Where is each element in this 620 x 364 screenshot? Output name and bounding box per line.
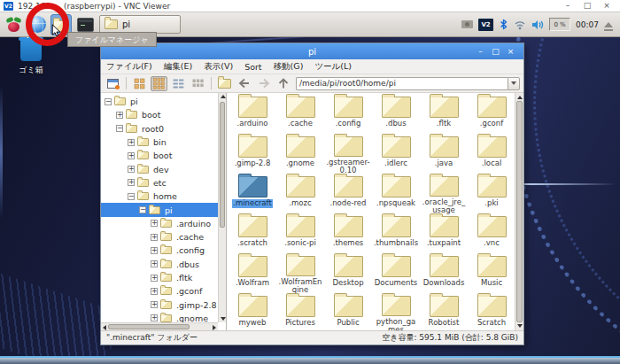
eject-icon[interactable] (604, 22, 613, 27)
bluetooth-icon[interactable] (499, 19, 508, 30)
vnc-server-icon[interactable]: V2 (478, 19, 493, 31)
expand-icon[interactable]: + (151, 301, 158, 308)
menu-item[interactable]: ツール(L) (314, 61, 352, 73)
file-item-arduino[interactable]: .arduino (229, 95, 276, 135)
file-item-scratch[interactable]: Scratch (468, 294, 515, 330)
file-item-thumbnails[interactable]: .thumbnails (372, 214, 420, 254)
wifi-icon[interactable] (514, 19, 526, 30)
window-titlebar[interactable]: pi – □ × (101, 43, 523, 59)
file-item-music[interactable]: Music (468, 254, 515, 294)
expand-icon[interactable]: + (151, 247, 158, 254)
icon-view-button[interactable] (131, 76, 148, 91)
collapse-icon[interactable]: − (128, 193, 135, 200)
file-item-sonic-pi[interactable]: .sonic-pi (276, 214, 324, 254)
taskbar-window-button[interactable]: pi (99, 15, 181, 34)
expand-icon[interactable]: + (151, 275, 158, 282)
file-item-fltk[interactable]: .fltk (420, 95, 468, 135)
file-item-minecraft[interactable]: .minecraft (229, 174, 276, 214)
detail-view-button[interactable] (170, 76, 187, 91)
expand-icon[interactable]: + (116, 112, 123, 119)
file-item-scratch[interactable]: .scratch (229, 214, 276, 254)
tree-item-dev[interactable]: +dev (101, 162, 226, 175)
menu-item[interactable]: Sort (244, 62, 261, 72)
vnc-minimize-button[interactable]: – (558, 0, 577, 12)
expand-icon[interactable]: + (151, 260, 158, 267)
tree-item-boot[interactable]: +boot (101, 149, 226, 162)
file-item-java[interactable]: .java (420, 135, 468, 174)
tree-item-etc[interactable]: +etc (101, 176, 226, 190)
compact-view-button[interactable] (151, 76, 167, 91)
volume-icon[interactable] (531, 19, 544, 30)
menu-item[interactable]: 表示(V) (204, 61, 233, 73)
file-item-config[interactable]: .config (324, 95, 372, 135)
file-item-node-red[interactable]: .node-red (324, 174, 372, 214)
clock[interactable]: 00:07 (576, 20, 599, 29)
expand-icon[interactable]: + (128, 166, 135, 173)
file-item-idlerc[interactable]: .idlerc (372, 135, 420, 174)
file-item-desktop[interactable]: Desktop (324, 254, 372, 294)
expand-icon[interactable]: + (151, 234, 158, 241)
expand-icon[interactable]: + (128, 179, 135, 186)
file-item-pki[interactable]: .pki (468, 174, 515, 214)
file-item-oracle_jre_usage[interactable]: .oracle_jre_usage (420, 174, 468, 214)
file-item-local[interactable]: .local (468, 135, 515, 174)
file-item-themes[interactable]: .themes (324, 214, 372, 254)
menu-raspberry-icon[interactable] (3, 14, 24, 35)
vnc-close-button[interactable]: × (597, 0, 616, 12)
tree-item-bin[interactable]: +bin (101, 136, 226, 149)
tree-horizontal-scrollbar[interactable] (101, 322, 218, 330)
new-tab-button[interactable] (105, 76, 121, 91)
file-item-tuxpaint[interactable]: .tuxpaint (420, 214, 468, 254)
collapse-icon[interactable]: − (116, 125, 123, 132)
file-item-mozc[interactable]: .mozc (276, 174, 324, 214)
forward-button[interactable] (255, 76, 272, 91)
file-item-cache[interactable]: .cache (276, 95, 324, 135)
file-item-pictures[interactable]: Pictures (276, 294, 324, 330)
path-dropdown-button[interactable] (508, 77, 520, 90)
tree-item-root0[interactable]: −root0 (101, 122, 226, 136)
file-item-documents[interactable]: Documents (372, 254, 420, 294)
menu-item[interactable]: 移動(G) (274, 61, 304, 73)
tree-item-fltk[interactable]: +.fltk (101, 271, 226, 284)
expand-icon[interactable]: + (151, 314, 158, 321)
back-button[interactable] (236, 76, 252, 91)
file-item-myweb[interactable]: myweb (229, 294, 276, 330)
tree-vertical-scrollbar[interactable] (218, 93, 226, 322)
menu-item[interactable]: 編集(E) (164, 61, 192, 73)
file-item-gstreamer-0.10[interactable]: .gstreamer-0.10 (324, 135, 372, 174)
expand-icon[interactable]: + (151, 220, 158, 227)
tree-item-gconf[interactable]: +.gconf (101, 284, 226, 298)
file-item-robotist[interactable]: Robotist (420, 294, 468, 330)
screenshot-icon[interactable] (461, 20, 473, 28)
tree-item-dbus[interactable]: +.dbus (101, 258, 226, 271)
file-item-wolfram[interactable]: .Wolfram (229, 254, 276, 294)
tree-item-home[interactable]: −home (101, 190, 226, 203)
collapse-icon[interactable]: − (139, 206, 146, 213)
tree-item-config[interactable]: +.config (101, 244, 226, 257)
menu-item[interactable]: ファイル(F) (106, 61, 152, 73)
vnc-maximize-button[interactable]: □ (577, 0, 597, 12)
file-item-wolframengine[interactable]: .WolframEngine (276, 254, 324, 294)
cpu-monitor[interactable]: 0 % (549, 18, 570, 31)
file-item-npsqueak[interactable]: .npsqueak (372, 174, 420, 214)
window-close-button[interactable]: × (503, 44, 518, 59)
home-button[interactable] (216, 76, 233, 91)
file-item-gnome[interactable]: .gnome (276, 135, 324, 174)
tree-item-pi[interactable]: −pi (101, 95, 226, 108)
tree-item-pi[interactable]: −pi (101, 203, 226, 216)
expand-icon[interactable]: + (128, 152, 135, 159)
file-item-vnc[interactable]: .vnc (468, 214, 515, 254)
file-item-gconf[interactable]: .gconf (468, 95, 515, 135)
path-input[interactable] (296, 77, 508, 90)
expand-icon[interactable]: + (128, 139, 135, 146)
file-item-python_games[interactable]: python_games (372, 294, 420, 330)
file-item-public[interactable]: Public (324, 294, 372, 330)
tree-item-cache[interactable]: +.cache (101, 230, 226, 244)
file-item-dbus[interactable]: .dbus (372, 95, 420, 135)
up-button[interactable] (275, 76, 291, 91)
expand-icon[interactable]: + (151, 288, 158, 295)
collapse-icon[interactable]: − (105, 98, 112, 105)
window-minimize-button[interactable]: – (473, 44, 488, 59)
file-item-downloads[interactable]: Downloads (420, 254, 468, 294)
tree-item-arduino[interactable]: +.arduino (101, 217, 226, 230)
